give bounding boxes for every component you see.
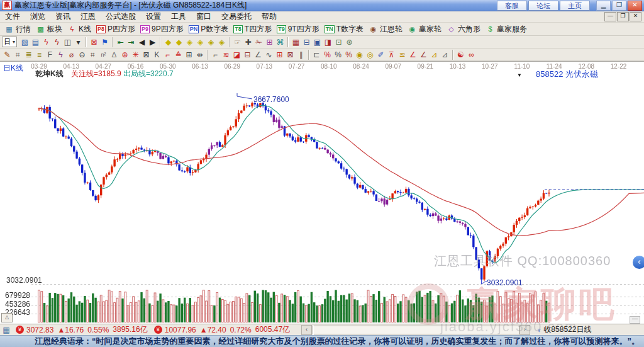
tool-info-panel-icon[interactable]: ▤ — [30, 37, 41, 47]
toolbar-button-hexagon[interactable]: ◇六角形 — [444, 24, 483, 35]
draw-spiral-icon[interactable]: ϟ — [55, 49, 66, 60]
tool-flag-icon[interactable]: ⚑ — [99, 37, 110, 47]
home-button[interactable]: 主页 — [560, 1, 590, 11]
toolbar-button-gann-wheel[interactable]: ◉江恩轮 — [366, 24, 405, 35]
draw-n2-icon[interactable]: n² — [98, 49, 109, 60]
draw-circle-arc-icon[interactable]: ⊖ — [77, 49, 87, 60]
tool-crosshair-icon[interactable]: ✚ — [243, 37, 253, 47]
tool-floppy-icon[interactable]: ◨ — [323, 37, 333, 47]
draw-wave-icon[interactable]: ∿ — [264, 49, 274, 60]
draw-angle-j-icon[interactable]: ∠ — [408, 49, 418, 60]
toolbar-button-winner-service[interactable]: $赢家服务 — [483, 24, 530, 35]
sh-index-value[interactable]: 3072.83 — [26, 326, 53, 334]
forum-button[interactable]: 论坛 — [528, 1, 558, 11]
tool-diamond-5-icon[interactable]: ◈ — [206, 37, 216, 47]
toolbar-button-p-square[interactable]: P8P四方形 — [94, 24, 138, 35]
toolbar-button-9t-square[interactable]: T99T四方形 — [274, 24, 322, 35]
draw-shade-box2-icon[interactable]: ⊟ — [242, 49, 253, 60]
draw-red-box-icon[interactable]: ⊠ — [285, 49, 296, 60]
draw-gann-star-icon[interactable]: ✳ — [130, 49, 141, 60]
draw-coin2-icon[interactable]: ◎ — [365, 49, 375, 60]
scroll-track[interactable] — [312, 326, 519, 334]
menu-item-帮助[interactable]: 帮助 — [257, 12, 282, 21]
support-button[interactable]: 客服 — [497, 1, 527, 11]
tool-printer-icon[interactable]: ⊡ — [333, 37, 344, 47]
draw-yin-yang-icon[interactable]: ☯ — [455, 49, 466, 60]
tool-pane-layout-icon[interactable]: ▧ — [19, 37, 30, 47]
menu-item-公式选股[interactable]: 公式选股 — [101, 12, 141, 21]
tool-net-icon[interactable]: ⊞ — [264, 37, 275, 47]
toolbar-button-quotes[interactable]: ▦行情 — [2, 24, 33, 35]
tool-calculator-icon[interactable]: ⊟ — [301, 37, 312, 47]
tool-hand-icon[interactable]: ☞ — [232, 37, 243, 47]
kline-chart-canvas[interactable] — [0, 62, 644, 324]
period-selector[interactable]: 日▾ — [2, 37, 17, 47]
draw-list-box-icon[interactable]: ⊏ — [311, 49, 322, 60]
draw-angle-s-icon[interactable]: ⊿ — [440, 49, 450, 60]
draw-band-red2-icon[interactable]: ≙ — [173, 49, 184, 60]
draw-coin-icon[interactable]: ◉ — [354, 49, 365, 60]
toolbar-button-winner-wheel[interactable]: ◉赢家轮 — [405, 24, 444, 35]
draw-angle-line-icon[interactable]: ∠ — [253, 49, 264, 60]
draw-band-red-icon[interactable]: ⌐ — [162, 49, 173, 60]
toolbar-button-t-square[interactable]: T8T四方形 — [231, 24, 274, 35]
minimize-button[interactable]: ▁ — [596, 1, 611, 11]
menu-item-江恩[interactable]: 江恩 — [75, 12, 101, 21]
draw-pct-icon[interactable]: % — [333, 49, 343, 60]
toolbar-button-sectors[interactable]: ▩板块 — [33, 24, 65, 35]
menu-item-窗口[interactable]: 窗口 — [191, 12, 216, 21]
draw-frame-icon[interactable]: ⌐ — [210, 49, 221, 60]
draw-gann-circle-icon[interactable]: ⊕ — [119, 49, 130, 60]
tool-save-icon[interactable]: ▣ — [312, 37, 323, 47]
draw-shade-box-icon[interactable]: ◪ — [231, 49, 242, 60]
splitter-handle[interactable]: — — [630, 316, 640, 324]
draw-t-cross-icon[interactable]: ⊼ — [386, 49, 397, 60]
scroll-thumb[interactable] — [313, 326, 314, 336]
tool-bank-icon[interactable]: ⌘ — [275, 37, 286, 47]
tool-trend-red2-icon[interactable]: ϟ — [52, 37, 62, 47]
tool-export-icon[interactable]: ⊛ — [344, 37, 355, 47]
pane-toggle-button[interactable]: △ — [1, 313, 13, 322]
draw-k-mark-icon[interactable]: Κ — [152, 49, 162, 60]
tool-diamond-4-icon[interactable]: ◈ — [195, 37, 206, 47]
menu-item-资讯[interactable]: 资讯 — [50, 12, 75, 21]
h-scrollbar[interactable]: ‹ › — [301, 325, 530, 335]
tool-diamond-6-icon[interactable]: ◈ — [216, 37, 227, 47]
toolbar-button-p-table[interactable]: PNP数字表 — [186, 24, 231, 35]
mdi-close-button[interactable]: ✕ — [630, 12, 641, 21]
draw-levels-1-icon[interactable]: ≣ — [23, 49, 34, 60]
close-button[interactable]: ✕ — [628, 1, 642, 11]
tool-trend-red-icon[interactable]: ϟ — [41, 37, 52, 47]
menu-item-浏览[interactable]: 浏览 — [25, 12, 50, 21]
draw-angle-f-icon[interactable]: ∠ — [418, 49, 429, 60]
draw-fib-icon[interactable]: F — [45, 49, 55, 60]
draw-angle-g-icon[interactable]: ⊿ — [429, 49, 440, 60]
toolbar-button-9p-square[interactable]: P99P四方形 — [138, 24, 186, 35]
draw-pen-icon[interactable]: ✎ — [2, 49, 13, 60]
tool-diamond-1-icon[interactable]: ◆ — [163, 37, 174, 47]
draw-box-sel-icon[interactable]: ⊠ — [141, 49, 152, 60]
menu-item-文件[interactable]: 文件 — [0, 12, 25, 21]
scroll-left-button[interactable]: ‹ — [301, 325, 312, 335]
draw-h-span-icon[interactable]: ⇹ — [194, 49, 205, 60]
draw-pen-blue-icon[interactable]: ✐ — [375, 49, 386, 60]
tool-diamond-2-icon[interactable]: ◆ — [174, 37, 184, 47]
draw-pct-line-icon[interactable]: % — [343, 49, 354, 60]
draw-red-grid-icon[interactable]: ⊞ — [274, 49, 285, 60]
tool-next-bar-icon[interactable]: ▶ — [147, 37, 158, 47]
tool-cut-icon[interactable]: ✁ — [253, 37, 264, 47]
tool-diamond-3-icon[interactable]: ◈ — [184, 37, 195, 47]
restore-button[interactable]: ❐ — [612, 1, 626, 11]
draw-infinity-icon[interactable]: ∞ — [466, 49, 477, 60]
draw-levels-2-icon[interactable]: ≡ — [34, 49, 45, 60]
tool-prev-bar-icon[interactable]: ◀ — [136, 37, 147, 47]
tool-calendar-icon[interactable]: ▦ — [291, 37, 301, 47]
draw-grid-lines-icon[interactable]: ⌗ — [13, 49, 23, 60]
toolbar-button-t-table[interactable]: TNT数字表 — [322, 24, 366, 35]
menu-item-工具[interactable]: 工具 — [166, 12, 191, 21]
tool-candle-mini-icon[interactable]: ◫ — [62, 37, 73, 47]
tool-drop-icon[interactable]: ▾ — [73, 37, 84, 47]
quote-grid-icon[interactable]: ▦ — [2, 326, 11, 334]
scroll-right-button[interactable]: › — [519, 325, 530, 335]
menu-item-设置[interactable]: 设置 — [141, 12, 166, 21]
